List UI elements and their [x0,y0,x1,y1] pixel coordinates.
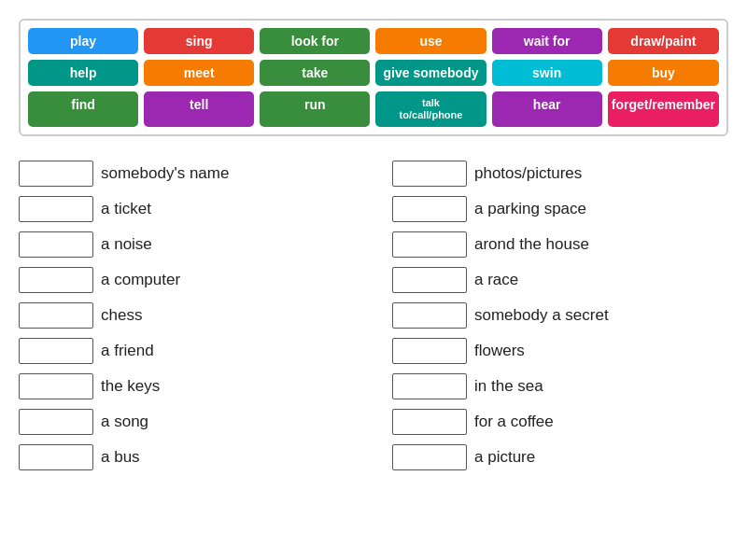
word-chip[interactable]: play [28,28,138,54]
answer-input[interactable] [392,373,467,399]
phrase-text: arond the house [474,235,589,254]
exercise-item-right: photos/pictures [392,159,728,189]
exercise-item-left: a ticket [19,194,355,224]
phrase-text: a song [101,413,148,431]
word-chip[interactable]: forget/remember [608,91,719,127]
word-chip[interactable]: talk to/call/phone [375,91,486,127]
answer-input[interactable] [392,161,467,187]
word-chip[interactable]: give somebody [375,60,486,86]
phrase-text: for a coffee [474,413,554,431]
word-chip[interactable]: help [28,60,138,86]
answer-input[interactable] [392,267,467,293]
phrase-text: a bus [101,448,140,467]
answer-input[interactable] [392,338,467,364]
phrase-text: flowers [474,342,525,360]
answer-input[interactable] [19,231,93,258]
word-chip[interactable]: run [260,91,370,127]
word-chip[interactable]: take [260,60,370,86]
exercise-item-left: chess [19,301,355,330]
exercise-item-left: a computer [19,265,355,295]
exercise-item-left: a bus [19,442,355,472]
answer-input[interactable] [19,161,93,187]
phrase-text: chess [101,306,142,325]
exercise-item-left: somebody's name [19,159,355,189]
word-chip[interactable]: swin [492,60,602,86]
exercise-item-left: a noise [19,230,355,259]
exercise-item-right: a picture [392,442,728,472]
phrase-text: a noise [101,235,152,254]
phrase-text: in the sea [474,377,543,396]
exercise-item-left: a friend [19,336,355,366]
answer-input[interactable] [392,196,467,222]
answer-input[interactable] [19,302,93,329]
exercise-item-right: somebody a secret [392,301,728,330]
word-chip[interactable]: use [375,28,486,54]
exercise-item-right: in the sea [392,371,728,401]
phrase-text: photos/pictures [474,164,582,183]
phrase-text: the keys [101,377,160,396]
exercise-item-right: a race [392,265,728,295]
phrase-text: a picture [474,448,535,467]
word-chip[interactable]: sing [144,28,254,54]
answer-input[interactable] [19,196,93,222]
phrase-text: a friend [101,342,154,360]
exercise-item-right: for a coffee [392,407,728,437]
answer-input[interactable] [19,373,93,399]
word-chip[interactable]: meet [144,60,254,86]
answer-input[interactable] [392,302,467,329]
phrase-text: a ticket [101,200,151,218]
answer-input[interactable] [392,409,467,435]
answer-input[interactable] [19,338,93,364]
exercise-item-left: the keys [19,371,355,401]
answer-input[interactable] [392,444,467,470]
word-chip[interactable]: draw/paint [608,28,719,54]
answer-input[interactable] [19,444,93,470]
word-chip[interactable]: buy [608,60,719,86]
phrase-text: a computer [101,271,180,289]
phrase-text: somebody's name [101,164,229,183]
phrase-text: a race [474,271,518,289]
main-container: playsinglook forusewait fordraw/painthel… [19,19,728,472]
exercise-grid: somebody's namephotos/picturesa ticketa … [19,159,728,472]
word-chip[interactable]: look for [260,28,370,54]
exercise-item-right: arond the house [392,230,728,259]
word-bank: playsinglook forusewait fordraw/painthel… [19,19,728,136]
exercise-item-left: a song [19,407,355,437]
word-chip[interactable]: tell [144,91,254,127]
phrase-text: somebody a secret [474,306,609,325]
word-chip[interactable]: hear [492,91,602,127]
word-chip[interactable]: find [28,91,138,127]
exercise-item-right: a parking space [392,194,728,224]
answer-input[interactable] [19,409,93,435]
exercise-item-right: flowers [392,336,728,366]
answer-input[interactable] [392,231,467,258]
phrase-text: a parking space [474,200,586,218]
word-chip[interactable]: wait for [492,28,602,54]
answer-input[interactable] [19,267,93,293]
